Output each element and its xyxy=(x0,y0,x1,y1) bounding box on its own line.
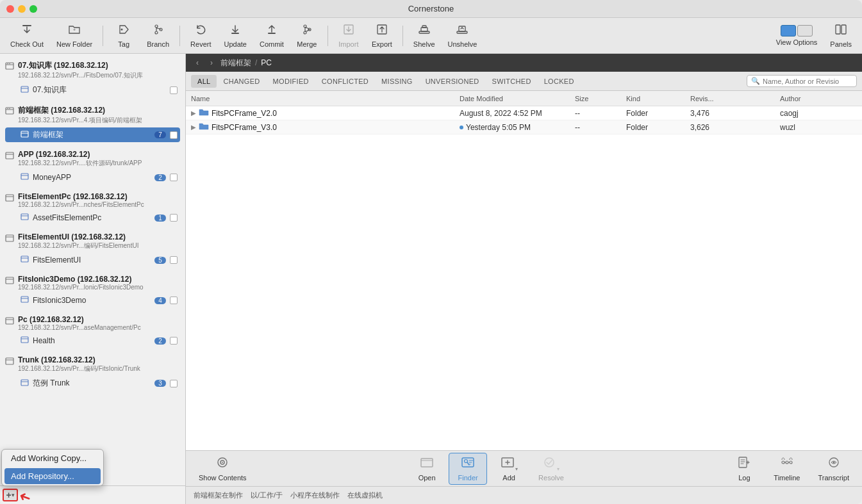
col-revis[interactable]: Revis... xyxy=(690,95,742,102)
timeline-button[interactable]: Timeline xyxy=(766,453,808,484)
wc-checkbox-health[interactable] xyxy=(170,337,178,345)
tab-modified[interactable]: MODIFIED xyxy=(267,75,315,88)
wc-checkbox-money[interactable] xyxy=(170,174,178,181)
tab-conflicted[interactable]: CONFLICTED xyxy=(315,75,375,88)
sidebar-item-health[interactable]: Health 2 xyxy=(5,334,180,348)
wc-checkbox-asset[interactable] xyxy=(170,214,178,222)
tab-missing[interactable]: MISSING xyxy=(375,75,419,88)
breadcrumb-forward[interactable]: › xyxy=(206,58,217,68)
add-button[interactable]: ▾ Add xyxy=(490,453,528,484)
check-out-button[interactable]: Check Out xyxy=(5,21,49,51)
new-folder-icon: + xyxy=(68,24,81,38)
update-label: Update xyxy=(224,40,246,48)
wc-checkbox-zhishiku[interactable] xyxy=(170,86,178,94)
breadcrumb-parent[interactable]: 前端框架 xyxy=(220,58,251,69)
resolve-button[interactable]: ▾ Resolve xyxy=(531,453,572,484)
unshelve-button[interactable]: Unshelve xyxy=(443,21,483,51)
repo-header-zhishiku[interactable]: 07.知识库 (192.168.32.12) 192.168.32.12/svn… xyxy=(5,58,180,83)
svg-rect-31 xyxy=(21,214,28,220)
panels-button[interactable]: Panels xyxy=(825,21,857,51)
expand-arrow-2[interactable]: ▶ xyxy=(191,124,196,131)
badge-money: 2 xyxy=(154,174,166,181)
cell-name-2: ▶ FitsPCFrame_V3.0 xyxy=(191,122,460,133)
col-size[interactable]: Size xyxy=(575,95,626,102)
table-row[interactable]: ▶ FitsPCFrame_V2.0 August 8, 2022 4:52 P… xyxy=(186,106,862,120)
wc-checkbox-fitsui[interactable] xyxy=(170,256,178,264)
branch-button[interactable]: Branch xyxy=(142,21,174,51)
search-input[interactable] xyxy=(763,77,852,85)
tab-unversioned[interactable]: UNVERSIONED xyxy=(419,75,486,88)
repo-header-qdkj[interactable]: 前端框架 (192.168.32.12) 192.168.32.12/svn/P… xyxy=(5,102,180,127)
unshelve-label: Unshelve xyxy=(448,40,477,48)
view-option-detail[interactable] xyxy=(797,25,813,37)
commit-button[interactable]: Commit xyxy=(254,21,289,51)
repo-header-fitselementui[interactable]: FitsElementUI (192.168.32.12) 192.168.32… xyxy=(5,230,180,253)
repo-header-fitselement[interactable]: FitsElementPc (192.168.32.12) 192.168.32… xyxy=(5,190,180,211)
folder-icon-1 xyxy=(199,108,209,118)
update-button[interactable]: Update xyxy=(219,21,251,51)
sidebar-item-asset[interactable]: AssetFitsElementPc 1 xyxy=(5,211,180,225)
repo-info-ionic: FitsIonic3Demo (192.168.32.12) 192.168.3… xyxy=(18,275,180,291)
repo-header-pc[interactable]: Pc (192.168.32.12) 192.168.32.12/svn/Pr.… xyxy=(5,313,180,334)
transcript-button[interactable]: Transcript xyxy=(811,453,858,484)
col-author[interactable]: Author xyxy=(780,95,857,102)
revert-button[interactable]: Revert xyxy=(185,21,216,51)
import-button[interactable]: Import xyxy=(333,21,364,51)
tab-locked[interactable]: LOCKED xyxy=(538,75,581,88)
wc-name-fitsui: FitsElementUI xyxy=(33,256,151,264)
minimize-button[interactable] xyxy=(18,5,26,13)
repo-header-ionic[interactable]: FitsIonic3Demo (192.168.32.12) 192.168.3… xyxy=(5,272,180,293)
wc-checkbox-ionic[interactable] xyxy=(170,297,178,304)
tag-button[interactable]: Tag xyxy=(108,21,139,51)
tab-switched[interactable]: SWITCHED xyxy=(486,75,538,88)
shelve-button[interactable]: Shelve xyxy=(408,21,440,51)
svg-point-50 xyxy=(786,461,788,464)
expand-arrow-1[interactable]: ▶ xyxy=(191,110,196,117)
view-option-list[interactable] xyxy=(781,25,796,37)
new-folder-button[interactable]: + New Folder xyxy=(51,21,97,51)
sidebar-item-ionic[interactable]: FitsIonic3Demo 4 xyxy=(5,293,180,307)
log-button[interactable]: Log xyxy=(725,453,763,484)
maximize-button[interactable] xyxy=(29,5,37,13)
add-working-copy-menu-item[interactable]: Add Working Copy... xyxy=(2,450,103,467)
finder-button[interactable]: Finder xyxy=(449,453,487,485)
log-icon xyxy=(737,456,751,472)
repo-header-trunk[interactable]: Trunk (192.168.32.12) 192.168.32.12/svn/… xyxy=(5,353,180,376)
add-repository-menu-item[interactable]: Add Repository... xyxy=(4,468,101,484)
wc-name-qdkj: 前端框架 xyxy=(33,129,151,140)
close-button[interactable] xyxy=(6,5,14,13)
wc-checkbox-trunk[interactable] xyxy=(170,380,178,387)
col-name[interactable]: Name xyxy=(191,95,460,102)
cell-kind-2: Folder xyxy=(626,123,690,132)
export-button[interactable]: Export xyxy=(367,21,397,51)
repo-name-fitselement: FitsElementPc (192.168.32.12) xyxy=(18,192,180,201)
sidebar-repo-zhishiku: 07.知识库 (192.168.32.12) 192.168.32.12/svn… xyxy=(0,54,185,99)
sidebar-item-fitsui[interactable]: FitsElementUI 5 xyxy=(5,253,180,267)
breadcrumb-back[interactable]: ‹ xyxy=(192,58,203,68)
sidebar-item-trunk[interactable]: 范例 Trunk 3 xyxy=(5,376,180,391)
open-button[interactable]: Open xyxy=(408,453,446,484)
branch-icon xyxy=(152,24,165,38)
sidebar-item-zhishiku[interactable]: 07.知识库 xyxy=(5,83,180,97)
show-contents-button[interactable]: Show Contents xyxy=(191,453,254,484)
view-options-button[interactable]: View Options xyxy=(771,22,823,49)
wc-checkbox-qdkj[interactable] xyxy=(170,131,178,139)
tab-changed[interactable]: CHANGED xyxy=(217,75,266,88)
table-row[interactable]: ▶ FitsPCFrame_V3.0 Yesterday 5:05 PM -- … xyxy=(186,120,862,134)
repo-header-app[interactable]: APP (192.168.32.12) 192.168.32.12/svn/Pr… xyxy=(5,147,180,170)
panels-label: Panels xyxy=(830,40,852,48)
tab-all[interactable]: ALL xyxy=(191,75,217,88)
sidebar-item-qdkj[interactable]: 前端框架 7 xyxy=(5,127,180,142)
sidebar-item-money[interactable]: MoneyAPP 2 xyxy=(5,170,180,184)
add-repository-button[interactable]: + ▾ xyxy=(3,489,18,501)
repo-icon-ionic xyxy=(5,276,14,287)
breadcrumb-separator: / xyxy=(255,58,257,67)
badge-asset: 1 xyxy=(154,215,166,222)
svg-text:+: + xyxy=(73,28,76,32)
merge-button[interactable]: Merge xyxy=(292,21,322,51)
col-date[interactable]: Date Modified xyxy=(460,95,575,102)
svg-rect-0 xyxy=(22,25,31,26)
svg-point-3 xyxy=(155,25,158,28)
badge-fitsui: 5 xyxy=(154,257,166,264)
col-kind[interactable]: Kind xyxy=(626,95,690,102)
